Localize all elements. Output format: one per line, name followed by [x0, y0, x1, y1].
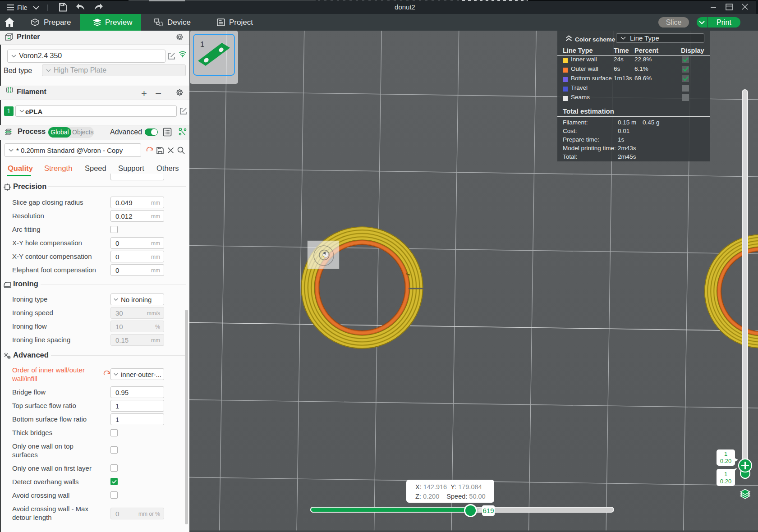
- svg-text:1: 1: [200, 40, 204, 49]
- svg-text:File: File: [17, 4, 28, 11]
